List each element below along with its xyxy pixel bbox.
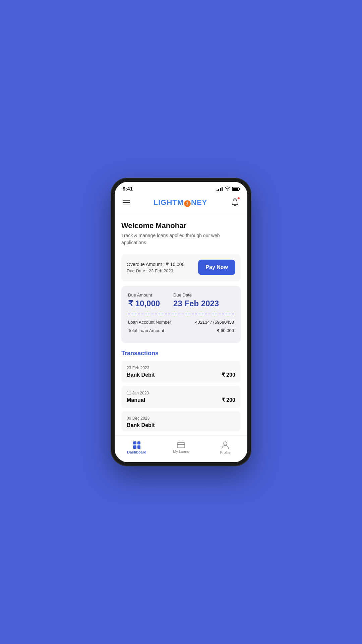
due-amount-value: ₹ 10,000 [128,299,160,308]
svg-rect-1 [177,444,185,445]
overdue-amount: Overdue Amount : ₹ 10,000 [127,262,184,267]
welcome-section: Welcome Manohar Track & manage loans app… [115,213,247,252]
nav-label-profile: Profile [220,450,230,454]
status-bar: 9:41 [115,182,247,194]
status-time: 9:41 [123,186,133,192]
nav-item-profile[interactable]: Profile [203,441,247,454]
total-loan-row: Total Loan Amount ₹ 60,000 [128,328,234,333]
transaction-item-1: 11 Jan 2023 Manual ₹ 200 [121,386,241,408]
overdue-due-date: Due Date : 23 Feb 2023 [127,268,184,273]
transaction-type: Bank Debit [127,422,155,428]
hamburger-line [123,202,130,203]
due-amount-label: Due Amount [128,292,160,298]
hamburger-line [123,205,130,205]
transaction-type: Manual [127,397,145,403]
phone-screen: 9:41 [115,182,247,462]
main-content: Welcome Manohar Track & manage loans app… [115,213,247,462]
welcome-title: Welcome Manohar [121,221,241,230]
transactions-section: Transactions 23 Feb 2023 Bank Debit ₹ 20… [115,350,247,431]
loan-detail-card: Due Amount ₹ 10,000 Due Date 23 Feb 2023… [121,286,241,343]
nav-item-myloans[interactable]: My Loans [159,442,203,453]
menu-button[interactable] [121,199,131,207]
dashboard-icon [133,441,140,449]
transaction-date: 23 Feb 2023 [127,366,235,370]
overdue-card: Overdue Amount : ₹ 10,000 Due Date : 23 … [121,254,241,280]
nav-label-myloans: My Loans [173,449,189,453]
svg-point-2 [224,442,227,445]
notification-badge [237,197,240,200]
transaction-date: 09 Dec 2023 [127,416,235,421]
loan-amounts-row: Due Amount ₹ 10,000 Due Date 23 Feb 2023 [128,292,234,308]
header: LIGHTM₿NEY [115,194,247,213]
notification-button[interactable] [229,196,241,209]
phone-frame: 9:41 [111,178,251,466]
transaction-type: Bank Debit [127,372,155,378]
transactions-title: Transactions [121,350,241,357]
transaction-amount: ₹ 200 [222,397,235,403]
loan-account-row: Loan Account Number 4021347769680458 [128,320,234,325]
logo-coin-icon: ₿ [184,200,191,207]
transaction-item-0: 23 Feb 2023 Bank Debit ₹ 200 [121,361,241,383]
transaction-row: Bank Debit ₹ 200 [127,372,235,378]
hamburger-line [123,200,130,201]
card-divider [128,314,234,314]
due-date-value: 23 Feb 2023 [173,299,219,308]
signal-icon [217,186,223,191]
battery-icon [232,187,239,191]
status-icons [217,186,239,192]
app-logo: LIGHTM₿NEY [154,198,207,207]
transaction-item-2: 09 Dec 2023 Bank Debit ₹ 200 [121,411,241,431]
nav-item-dashboard[interactable]: Dashboard [115,441,159,454]
transaction-row: Bank Debit ₹ 200 [127,422,235,428]
bottom-nav: Dashboard My Loans Profile [115,435,247,462]
myloans-icon [177,442,185,448]
pay-now-button[interactable]: Pay Now [198,260,235,275]
profile-icon [222,441,229,449]
nav-label-dashboard: Dashboard [127,450,146,454]
due-date-label: Due Date [173,292,219,298]
loan-account-value: 4021347769680458 [195,320,234,325]
transaction-amount: ₹ 200 [222,372,235,378]
transaction-row: Manual ₹ 200 [127,397,235,403]
loan-account-label: Loan Account Number [128,320,171,325]
overdue-info: Overdue Amount : ₹ 10,000 Due Date : 23 … [127,262,184,273]
total-loan-label: Total Loan Amount [128,328,164,333]
due-date-item: Due Date 23 Feb 2023 [173,292,219,308]
wifi-icon [225,186,230,192]
total-loan-value: ₹ 60,000 [217,328,234,333]
transaction-date: 11 Jan 2023 [127,391,235,395]
due-amount-item: Due Amount ₹ 10,000 [128,292,160,308]
welcome-subtitle: Track & manage loans applied through our… [121,232,241,246]
